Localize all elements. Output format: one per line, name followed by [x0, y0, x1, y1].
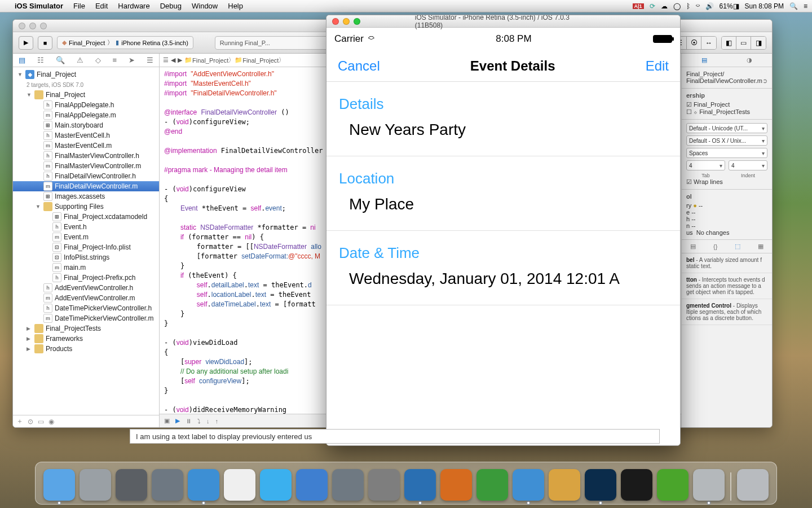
hide-debug-icon[interactable]: ▣: [164, 417, 170, 424]
file-row[interactable]: ⊞Images.xcassets: [13, 191, 159, 202]
folder-row[interactable]: ▶Final_ProjectTests: [13, 323, 159, 334]
adobe-icon[interactable]: A|1: [633, 3, 644, 9]
object-lib-icon[interactable]: ⬚: [735, 243, 740, 250]
spotlight-icon[interactable]: 🔍: [789, 2, 798, 10]
dock-appstore[interactable]: [152, 469, 183, 501]
find-nav-icon[interactable]: 🔍: [56, 56, 65, 64]
library-item[interactable]: tton - Intercepts touch events d sends a…: [682, 273, 772, 299]
step-out-icon[interactable]: ↑: [215, 418, 219, 424]
library-item[interactable]: gmented Control - Displays ltiple segmen…: [682, 299, 772, 325]
dock-utorrent[interactable]: [657, 469, 689, 501]
file-row[interactable]: mmain.m: [13, 262, 159, 273]
file-row[interactable]: mFinalDetailViewController.m: [13, 181, 159, 191]
inspector-tabs[interactable]: ▤◑: [682, 54, 772, 67]
pause-icon[interactable]: ⏸: [186, 418, 192, 424]
menu-help[interactable]: Help: [228, 2, 243, 10]
file-row[interactable]: hMasterEventCell.h: [13, 130, 159, 141]
dock-powerpoint[interactable]: [440, 469, 472, 501]
file-inspector-icon[interactable]: ▤: [701, 56, 707, 64]
step-over-icon[interactable]: ⤵: [197, 418, 201, 424]
file-row[interactable]: hAddEventViewController.h: [13, 283, 159, 293]
view-segmented[interactable]: ◧▭◨: [721, 36, 766, 50]
text-encoding-select[interactable]: Default - Unicode (UT...▾: [686, 123, 767, 133]
test-nav-icon[interactable]: ◇: [95, 56, 101, 64]
file-row[interactable]: mFinalMasterViewController.m: [13, 161, 159, 171]
wrap-lines-checkbox[interactable]: ☑ Wrap lines: [686, 178, 767, 186]
navigator-tabs[interactable]: ▤☷🔍⚠◇≡➤☰: [13, 54, 159, 67]
project-root[interactable]: ▼◆Final_Project: [13, 69, 159, 80]
volume-icon[interactable]: 🔊: [705, 2, 714, 10]
minimize-button[interactable]: [29, 23, 36, 29]
simulator-titlebar[interactable]: iOS Simulator - iPhone Retina (3.5-inch)…: [326, 15, 680, 28]
dock-iphonesim[interactable]: [693, 469, 725, 501]
dock[interactable]: [35, 462, 777, 505]
file-row[interactable]: mFinalAppDelegate.m: [13, 110, 159, 120]
scheme-selector[interactable]: ◆Final_Project 〉 ▮iPhone Retina (3.5-inc…: [57, 36, 193, 49]
notification-icon[interactable]: ≡: [804, 2, 807, 10]
dock-word[interactable]: [404, 469, 436, 501]
file-row[interactable]: ⊡Final_Project-Info.plist: [13, 242, 159, 252]
menu-edit[interactable]: Edit: [95, 2, 108, 10]
library-tabs[interactable]: ▤{}⬚▦: [682, 240, 772, 253]
close-button[interactable]: [332, 18, 339, 25]
folder-row[interactable]: ▶Products: [13, 344, 159, 354]
file-row[interactable]: ⊞Main.storyboard: [13, 120, 159, 130]
menu-hardware[interactable]: Hardware: [118, 2, 149, 10]
close-button[interactable]: [19, 23, 25, 29]
file-row[interactable]: hFinalMasterViewController.h: [13, 151, 159, 161]
bp-nav-icon[interactable]: ➤: [129, 56, 135, 64]
run-button[interactable]: ▶: [19, 36, 33, 50]
object-library[interactable]: bel - A variably sized amount f static t…: [682, 253, 772, 427]
dock-sysprefs[interactable]: [368, 469, 400, 501]
dock-notes[interactable]: [549, 469, 580, 501]
folder-row[interactable]: ▶Frameworks: [13, 334, 159, 344]
zoom-button[interactable]: [40, 23, 47, 29]
cloud-icon[interactable]: ☁: [661, 2, 668, 10]
dock-excel[interactable]: [476, 469, 508, 501]
navigator-footer[interactable]: ＋⊙▭◉: [13, 415, 159, 427]
minimize-button[interactable]: [343, 18, 350, 25]
battery-status[interactable]: 61% ◨: [720, 2, 739, 10]
dock-imovie[interactable]: [621, 469, 652, 501]
dock-safari[interactable]: [188, 469, 219, 501]
dock-appstore2[interactable]: [332, 469, 364, 501]
media-lib-icon[interactable]: ▦: [758, 243, 764, 250]
step-in-icon[interactable]: ↓: [206, 418, 210, 424]
cancel-button[interactable]: Cancel: [338, 58, 380, 74]
dock-itunes[interactable]: [296, 469, 328, 501]
continue-icon[interactable]: ▶: [175, 417, 180, 424]
debug-nav-icon[interactable]: ≡: [112, 56, 117, 64]
stop-button[interactable]: ■: [38, 36, 52, 50]
sync-icon[interactable]: ⟳: [650, 2, 655, 10]
app-menu[interactable]: iOS Simulator: [15, 2, 63, 10]
menu-debug[interactable]: Debug: [160, 2, 182, 10]
file-row[interactable]: hDateTimePickerViewController.h: [13, 303, 159, 313]
file-row[interactable]: mAddEventViewController.m: [13, 293, 159, 303]
file-row[interactable]: hFinal_Project-Prefix.pch: [13, 273, 159, 283]
clock[interactable]: Sun 8:08 PM: [745, 2, 784, 10]
menu-file[interactable]: File: [73, 2, 85, 10]
dock-xcode[interactable]: [513, 469, 544, 501]
file-row[interactable]: ⊡InfoPlist.strings: [13, 252, 159, 262]
library-item[interactable]: bel - A variably sized amount f static t…: [682, 253, 772, 273]
file-row[interactable]: hFinalDetailViewController.h: [13, 171, 159, 181]
dock-mission[interactable]: [116, 469, 147, 501]
dock-calendar[interactable]: [224, 469, 255, 501]
tab-width[interactable]: 4▾: [686, 160, 725, 170]
snippet-lib-icon[interactable]: {}: [713, 243, 717, 250]
log-nav-icon[interactable]: ☰: [147, 56, 153, 64]
folder-row[interactable]: ▼Supporting Files: [13, 202, 159, 212]
dock-finder[interactable]: [43, 469, 75, 501]
dock-messages[interactable]: [260, 469, 292, 501]
wifi-icon[interactable]: ⌔: [696, 2, 700, 10]
menu-window[interactable]: Window: [192, 2, 218, 10]
membership-row[interactable]: ☑ Final_Project: [686, 101, 767, 108]
project-tree[interactable]: ▼◆Final_Project2 targets, iOS SDK 7.0▼Fi…: [13, 67, 159, 415]
dock-trash[interactable]: [737, 469, 769, 501]
membership-row[interactable]: ☐ ⬦ Final_ProjectTests: [686, 108, 767, 116]
file-row[interactable]: mMasterEventCell.m: [13, 141, 159, 151]
dock-photoshop[interactable]: [585, 469, 616, 501]
reveal-icon[interactable]: ➲: [762, 77, 767, 85]
fwd-button[interactable]: ▶: [178, 56, 182, 64]
related-icon[interactable]: ☰: [163, 56, 169, 64]
